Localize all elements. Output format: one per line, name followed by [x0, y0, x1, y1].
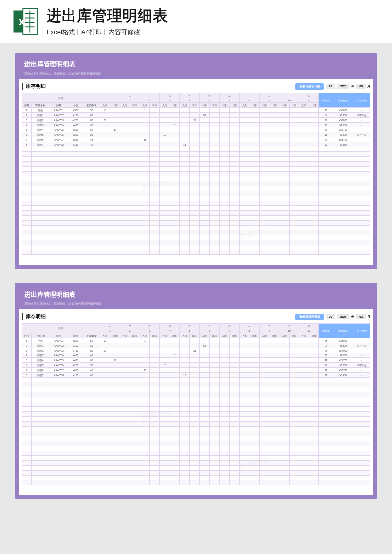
month-value[interactable]: 03: [356, 84, 366, 89]
empty-row: [22, 172, 370, 176]
title-block: 进出库管理明细表 Excel格式丨A4打印丨内容可修改: [47, 6, 382, 37]
empty-row: [22, 152, 370, 157]
empty-row: [22, 206, 370, 211]
table-row: 7商品6AAA**07¥680481579¥53,720-: [22, 137, 370, 142]
empty-row: [22, 402, 370, 407]
empty-row: [22, 221, 370, 226]
inventory-table: 日期一二三四五六日一二三四库存量库存金额库存预警 1234567891011 序…: [22, 93, 370, 255]
empty-row: [22, 191, 370, 196]
empty-row: [22, 480, 370, 485]
svg-text:X: X: [18, 16, 25, 27]
section-title: 库存明细 节假日显示日期 20 2023 年 03 月: [22, 313, 370, 320]
table-row: 2商品1AAA**02¥10060183¥8,300库存不足: [22, 113, 370, 118]
inventory-table: 日期一二三四五六日一二三四库存量库存金额库存预警 1234567891011 序…: [22, 323, 370, 485]
empty-row: [22, 422, 370, 427]
empty-row: [22, 201, 370, 206]
empty-row: [22, 461, 370, 466]
empty-row: [22, 181, 370, 186]
empty-row: [22, 196, 370, 201]
empty-row: [22, 417, 370, 422]
empty-row: [22, 176, 370, 181]
table-row: 5商品4AAA**05¥600601749¥29,700-: [22, 358, 370, 363]
empty-row: [22, 436, 370, 441]
table-row: 8商品7AAA**08¥180401822¥3,960-: [22, 373, 370, 378]
empty-row: [22, 412, 370, 417]
empty-row: [22, 471, 370, 476]
empty-row: [22, 245, 370, 250]
table-row: 3商品2AAA**03¥75080202176¥57,000-: [22, 348, 370, 353]
sheet-subtitle: 基础信息丨基础信息丨基础信息丨公式自动更新至最新数据: [19, 72, 373, 79]
holiday-button[interactable]: 节假日显示日期: [295, 314, 324, 320]
empty-row: [22, 446, 370, 451]
page-header: X 进出库管理明细表 Excel格式丨A4打印丨内容可修改: [0, 0, 392, 43]
table-row: 4商品3AAA**04¥40040523¥9,200-: [22, 353, 370, 358]
sheet-preview-2: 进出库管理明细表 基础信息丨基础信息丨基础信息丨公式自动更新至最新数据 库存明细…: [15, 283, 377, 499]
empty-row: [22, 186, 370, 191]
empty-row: [22, 216, 370, 221]
empty-row: [22, 466, 370, 471]
sub-title: Excel格式丨A4打印丨内容可修改: [47, 28, 382, 37]
month-label: 月: [368, 315, 370, 319]
excel-icon: X: [10, 7, 39, 36]
preview-container: 进出库管理明细表 基础信息丨基础信息丨基础信息丨公式自动更新至最新数据 库存明细…: [0, 43, 392, 509]
empty-row: [22, 230, 370, 235]
year-value[interactable]: 2023: [337, 84, 349, 89]
year-value[interactable]: 2023: [337, 314, 349, 319]
table-row: 1空值AAA**01¥5005010178¥38,000-: [22, 338, 370, 343]
empty-row: [22, 162, 370, 167]
sheet-preview-1: 进出库管理明细表 基础信息丨基础信息丨基础信息丨公式自动更新至最新数据 库存明细…: [15, 53, 377, 269]
empty-row: [22, 382, 370, 387]
table-row: 6商品5AAA**06¥200551016¥3,200库存不足: [22, 132, 370, 137]
empty-row: [22, 378, 370, 382]
empty-row: [22, 235, 370, 240]
table-row: 4商品3AAA**04¥40040523¥9,200-: [22, 123, 370, 127]
day-value[interactable]: 20: [326, 314, 335, 319]
empty-row: [22, 476, 370, 480]
empty-row: [22, 250, 370, 255]
day-value[interactable]: 20: [326, 84, 335, 89]
year-label: 年: [351, 315, 354, 319]
main-title: 进出库管理明细表: [47, 6, 382, 26]
empty-row: [22, 397, 370, 402]
year-label: 年: [351, 84, 354, 89]
empty-row: [22, 387, 370, 392]
sheet-title: 进出库管理明细表: [19, 287, 373, 302]
empty-row: [22, 240, 370, 245]
empty-row: [22, 407, 370, 412]
table-row: 6商品5AAA**06¥200551016¥3,200库存不足: [22, 363, 370, 368]
date-controls: 节假日显示日期 20 2023 年 03 月: [295, 83, 370, 90]
empty-row: [22, 167, 370, 172]
table-row: 2商品1AAA**02¥10060183¥8,300库存不足: [22, 343, 370, 348]
month-label: 月: [368, 84, 370, 89]
table-row: 7商品6AAA**07¥680481579¥53,720-: [22, 368, 370, 373]
empty-row: [22, 456, 370, 461]
holiday-button[interactable]: 节假日显示日期: [295, 83, 324, 90]
sheet-subtitle: 基础信息丨基础信息丨基础信息丨公式自动更新至最新数据: [19, 302, 373, 309]
table-row: 3商品2AAA**03¥75080202176¥57,000-: [22, 118, 370, 123]
table-row: 5商品4AAA**05¥600601749¥29,700-: [22, 127, 370, 132]
section-title: 库存明细 节假日显示日期 20 2023 年 03 月: [22, 83, 370, 90]
empty-row: [22, 427, 370, 431]
empty-row: [22, 157, 370, 162]
empty-row: [22, 147, 370, 152]
empty-row: [22, 392, 370, 397]
date-controls: 节假日显示日期 20 2023 年 03 月: [295, 314, 370, 320]
empty-row: [22, 431, 370, 436]
table-row: 1空值AAA**01¥5005010178¥38,000-: [22, 108, 370, 113]
month-value[interactable]: 03: [356, 314, 366, 319]
empty-row: [22, 451, 370, 456]
sheet-title: 进出库管理明细表: [19, 57, 373, 72]
table-row: 8商品7AAA**08¥180401822¥3,960-: [22, 142, 370, 147]
empty-row: [22, 441, 370, 446]
empty-row: [22, 211, 370, 216]
empty-row: [22, 226, 370, 230]
